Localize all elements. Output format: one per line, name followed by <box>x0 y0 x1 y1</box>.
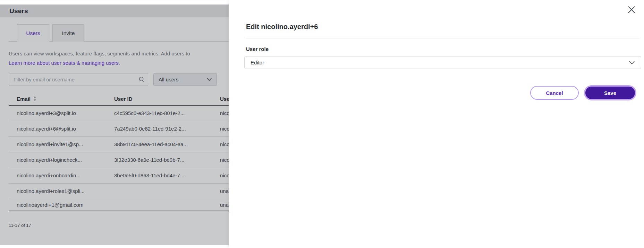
edit-user-panel: Edit nicolino.ayerdi+6 User role Editor … <box>229 0 644 248</box>
divider <box>246 38 639 38</box>
screen: Users Users Invite Users can view worksp… <box>0 0 644 248</box>
save-button[interactable]: Save <box>585 87 635 99</box>
user-role-value: Editor <box>251 60 264 65</box>
user-role-label: User role <box>246 46 269 52</box>
user-role-select[interactable]: Editor <box>244 56 641 69</box>
chevron-down-icon <box>629 61 635 64</box>
close-icon[interactable] <box>627 5 636 15</box>
cancel-button[interactable]: Cancel <box>530 86 579 100</box>
panel-title: Edit nicolino.ayerdi+6 <box>246 23 318 31</box>
